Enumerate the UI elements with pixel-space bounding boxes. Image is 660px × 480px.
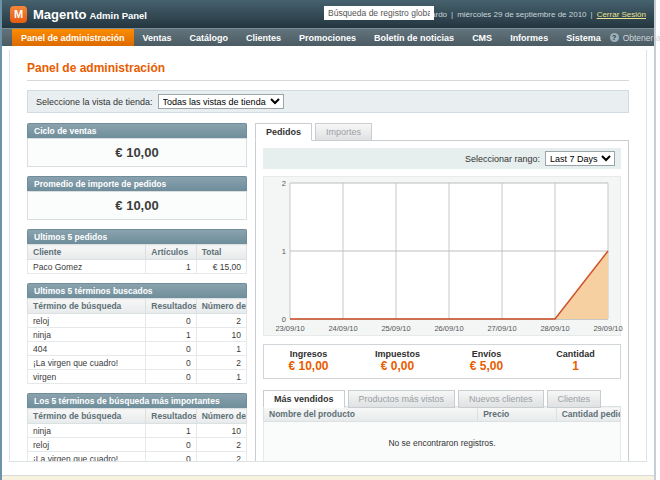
brand-suffix: Admin Panel — [89, 10, 147, 21]
cell-number: 1 — [196, 342, 246, 356]
totals-bar: Ingresos€ 10,00Impuestos€ 0,00Envíos€ 5,… — [263, 344, 621, 379]
cell-text: reloj — [28, 438, 146, 452]
table-row[interactable]: virgen01 — [28, 370, 247, 384]
stat-ingresos: Ingresos€ 10,00 — [264, 349, 353, 373]
range-select[interactable]: Last 7 Days — [545, 151, 615, 166]
last-search-terms-table: Término de búsquedaResultadosNúmero de u… — [27, 298, 247, 384]
range-bar: Seleccionar rango: Last 7 Days — [263, 148, 621, 169]
stat-value: € 10,00 — [264, 359, 353, 373]
column-header: Resultados — [146, 299, 196, 314]
panel-title: Ciclo de ventas — [27, 123, 247, 138]
table-row[interactable]: ninja110 — [28, 328, 247, 342]
table-row[interactable]: 40401 — [28, 342, 247, 356]
svg-text:28/09/10: 28/09/10 — [540, 324, 569, 333]
magento-admin-window: M MagentoAdmin Panel Accedió como apardo… — [0, 0, 656, 480]
nav-tab-8[interactable]: Sistema — [557, 29, 610, 46]
grid-tab-3[interactable]: Clientes — [547, 390, 602, 408]
cell-number: 0 — [146, 370, 196, 384]
store-view-select[interactable]: Todas las vistas de tienda — [158, 94, 284, 109]
page-help-link[interactable]: ? Obtener ayuda para esta página — [610, 29, 660, 46]
svg-text:0: 0 — [282, 315, 286, 324]
stat-impuestos: Impuestos€ 0,00 — [353, 349, 442, 373]
nav-tab-6[interactable]: CMS — [463, 29, 501, 46]
cell-number: 10 — [196, 328, 246, 342]
cell-number: 1 — [146, 424, 196, 438]
svg-text:24/09/10: 24/09/10 — [328, 324, 357, 333]
chart-tab-1[interactable]: Importes — [315, 123, 372, 141]
svg-text:25/09/10: 25/09/10 — [381, 324, 410, 333]
nav-tab-5[interactable]: Boletín de noticias — [365, 29, 463, 46]
column-header: Número de usos — [196, 299, 246, 314]
chart-tab-0[interactable]: Pedidos — [255, 123, 312, 141]
table-row[interactable]: reloj02 — [28, 438, 247, 452]
page-title: Panel de administración — [27, 58, 629, 81]
current-date: miércoles 29 de septiembre de 2010 — [457, 10, 586, 19]
panel-title: Ultimos 5 términos buscados — [27, 283, 247, 298]
global-search-input[interactable] — [324, 6, 434, 20]
column-header: Cliente — [28, 245, 146, 260]
column-header: Precio — [478, 407, 557, 422]
orders-chart-svg: 01223/09/1024/09/1025/09/1026/09/1027/09… — [264, 177, 624, 335]
nav-tab-3[interactable]: Clientes — [237, 29, 290, 46]
average-orders-panel: Promedio de importe de pedidos € 10,00 — [27, 176, 247, 220]
nav-tabs: Panel de administraciónVentasCatálogoCli… — [12, 29, 610, 46]
cell-number: € 15,00 — [196, 260, 246, 274]
help-icon: ? — [610, 33, 619, 42]
table-row[interactable]: Paco Gomez1€ 15,00 — [28, 260, 247, 274]
table-row[interactable]: ¡La virgen que cuadro!02 — [28, 356, 247, 370]
cell-number: 2 — [196, 452, 246, 463]
cell-text: ninja — [28, 424, 146, 438]
table-row[interactable]: ¡La virgen que cuadro!02 — [28, 452, 247, 463]
empty-row: No se encontraron registros. — [264, 422, 621, 463]
cell-number: 1 — [146, 260, 196, 274]
column-header: Nombre del producto — [264, 407, 478, 422]
bottom-strip — [2, 475, 654, 480]
range-label: Seleccionar rango: — [465, 154, 540, 164]
stat-value: 1 — [531, 359, 620, 373]
grid-tab-1[interactable]: Productos más vistos — [348, 390, 456, 408]
stat-value: € 0,00 — [353, 359, 442, 373]
top-search-terms-panel: Los 5 términos de búsqueda más important… — [27, 393, 247, 462]
cell-number: 0 — [146, 356, 196, 370]
last-orders-panel: Ultimos 5 pedidos ClienteArtículosTotal … — [27, 229, 247, 274]
cell-number: 2 — [196, 356, 246, 370]
orders-chart: 01223/09/1024/09/1025/09/1026/09/1027/09… — [263, 176, 621, 336]
magento-logo-icon: M — [10, 6, 27, 23]
last-orders-table: ClienteArtículosTotal Paco Gomez1€ 15,00 — [27, 244, 247, 274]
panel-title: Promedio de importe de pedidos — [27, 176, 247, 191]
svg-text:23/09/10: 23/09/10 — [275, 324, 304, 333]
stat-envíos: Envíos€ 5,00 — [442, 349, 531, 373]
brand-title: MagentoAdmin Panel — [33, 7, 147, 22]
nav-tab-4[interactable]: Promociones — [290, 29, 365, 46]
table-row[interactable]: ninja110 — [28, 424, 247, 438]
average-orders-value: € 10,00 — [27, 191, 247, 220]
top-search-terms-table: Término de búsquedaResultadosNúmero de u… — [27, 408, 247, 462]
grid-tab-0[interactable]: Más vendidos — [263, 390, 345, 408]
store-view-bar: Seleccione la vista de tienda: Todas las… — [27, 90, 629, 113]
dashboard-left-column: Ciclo de ventas € 10,00 Promedio de impo… — [27, 123, 247, 462]
separator: | — [451, 10, 453, 19]
cell-text: Paco Gomez — [28, 260, 146, 274]
panel-title: Los 5 términos de búsqueda más important… — [27, 393, 247, 408]
column-header: Artículos — [146, 245, 196, 260]
svg-text:26/09/10: 26/09/10 — [434, 324, 463, 333]
nav-tab-1[interactable]: Ventas — [134, 29, 181, 46]
column-header: Total — [196, 245, 246, 260]
table-row[interactable]: reloj02 — [28, 314, 247, 328]
logout-link[interactable]: Cerrar Sesión — [597, 10, 646, 19]
column-header: Número de usos — [196, 409, 246, 424]
bottom-grid-tabs: Más vendidosProductos más vistosNuevos c… — [263, 390, 621, 407]
grid-tab-2[interactable]: Nuevos clientes — [458, 390, 544, 408]
lifetime-sales-value: € 10,00 — [27, 138, 247, 167]
cell-number: 1 — [196, 370, 246, 384]
stat-label: Envíos — [442, 349, 531, 359]
nav-tab-7[interactable]: Informes — [501, 29, 557, 46]
bestsellers-grid: Nombre del productoPrecioCantidad pedida… — [263, 406, 621, 462]
column-header: Cantidad pedida — [556, 407, 620, 422]
nav-tab-2[interactable]: Catálogo — [181, 29, 238, 46]
nav-tab-0[interactable]: Panel de administración — [12, 29, 134, 46]
svg-text:27/09/10: 27/09/10 — [487, 324, 516, 333]
stat-label: Impuestos — [353, 349, 442, 359]
svg-text:2: 2 — [282, 179, 286, 188]
cell-number: 0 — [146, 314, 196, 328]
